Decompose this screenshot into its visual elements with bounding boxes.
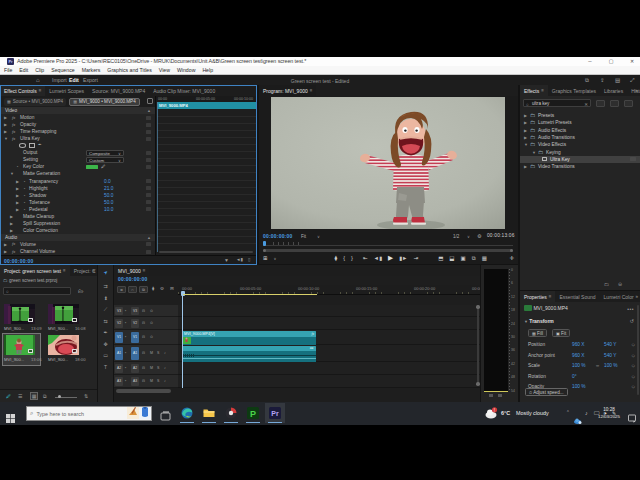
export-frame-icon[interactable]: ▣ [461,255,466,261]
accelerated-effects-icon[interactable] [596,100,605,107]
effects-tree-video-transitions[interactable]: ▶🗀Video Transitions [520,163,640,170]
property-value-y[interactable]: 100 % [604,363,618,368]
source-track-indicator[interactable]: V2 [115,319,123,328]
fullscreen-icon[interactable]: ⤢ [630,77,634,83]
ec-row-video[interactable]: Video▲ [0,107,155,114]
twirl-open-icon[interactable]: ▼ [10,171,14,176]
polygon-mask-icon[interactable] [29,143,35,148]
twirl-closed-icon[interactable]: ▶ [16,186,19,191]
track-header-v3[interactable]: V3▪V3⊟⊙ [114,305,178,317]
property-value-x[interactable]: 960 X [572,353,585,358]
ec-row-key-color[interactable]: ◔Key Color🖉 [0,163,155,170]
setting-dropdown[interactable]: Custom∨ [86,157,124,163]
timeline-playhead[interactable] [182,293,183,388]
solo-track-icon[interactable]: S [157,351,159,355]
stopwatch-icon[interactable]: ◔ [16,164,18,169]
project-search-input[interactable]: ○ [3,287,71,295]
reset-effect-icon[interactable] [146,123,151,127]
property-value-y[interactable]: 540 Y [604,353,616,358]
twirl-closed-icon[interactable]: ▶ [10,221,13,226]
keyframe-toggle-icon[interactable]: ◇ [632,353,635,358]
mark-in-icon[interactable]: { [343,255,345,261]
reset-effect-icon[interactable] [146,137,151,141]
taskbar-app-file-explorer[interactable] [199,403,219,423]
param-value[interactable]: 50.0 [104,193,113,198]
track-header-v2[interactable]: V2▪V2⊟⊙ [114,317,178,330]
source-track-indicator[interactable]: V3 [115,307,123,315]
output-dropdown[interactable]: Composite∨ [86,150,124,156]
property-value-x[interactable]: 0° [572,374,577,379]
reset-effect-icon[interactable] [146,200,151,204]
rectangle-tool[interactable]: ▭ [98,352,113,358]
track-bed-a3[interactable] [178,375,480,388]
step-back-icon[interactable]: ◄▮ [374,255,382,261]
sync-lock-icon[interactable]: ⊟ [142,379,145,383]
ec-row-time-remapping[interactable]: ▶fxTime Remapping [0,128,155,135]
button-editor-icon[interactable]: ✛ [509,255,514,261]
twirl-open-icon[interactable]: ▼ [4,136,8,141]
ec-row-transparency[interactable]: ▶◔Transparency0.0 [0,178,155,185]
reset-transform-icon[interactable]: ↺ [630,318,634,324]
reset-effect-icon[interactable] [146,242,151,246]
source-track-indicator[interactable]: A1 [115,347,123,360]
menu-item-markers[interactable]: Markers [82,67,101,73]
32bit-effects-icon[interactable] [610,100,619,107]
snap-icon[interactable]: ∩ [128,286,137,293]
reset-effect-icon[interactable] [146,165,151,169]
onedrive-tray-icon[interactable] [574,410,582,416]
zoom-level-dropdown[interactable]: Fit [301,234,306,239]
multi-camera-icon[interactable]: ▦ [482,255,487,261]
track-bed-v3[interactable] [178,305,480,317]
taskbar-app-premiere[interactable]: Pr [265,403,285,423]
track-select-forward-tool[interactable]: ⇉ [98,283,113,289]
effects-tree-keying[interactable]: ▼🗀Keying [520,149,640,156]
source-track-indicator[interactable]: V1 [115,332,123,343]
track-header-v1[interactable]: V1▪V1⊟⊙ [114,330,178,345]
param-value[interactable]: 50.0 [104,200,113,205]
go-to-in-icon[interactable]: ⇤ [363,255,368,261]
panel-menu-icon[interactable]: ≡ [143,268,146,273]
nest-icon[interactable]: ⧈ [117,286,126,293]
reset-effect-icon[interactable] [146,151,151,155]
settings-wrench-icon[interactable]: ⚙ [477,233,481,239]
ellipse-mask-icon[interactable] [19,143,26,148]
timeline-timecode[interactable]: 00:00:00:00 [118,276,147,282]
reset-effect-icon[interactable] [146,158,151,162]
menu-item-view[interactable]: View [159,67,170,73]
track-lock-icon[interactable]: ▪ [125,366,126,370]
program-scrollbar[interactable] [263,249,513,252]
effects-tree-audio-transitions[interactable]: ▶🗀Audio Transitions [520,134,640,141]
reset-effect-icon[interactable] [146,186,151,190]
twirl-closed-icon[interactable]: ▶ [4,242,7,247]
slip-tool[interactable]: ⇆ [98,318,113,324]
effects-search-input[interactable]: ultra key○✕ [523,99,591,107]
reset-effect-icon[interactable] [146,207,151,211]
voiceover-mic-icon[interactable]: ♪ [164,351,166,355]
taskbar-weather[interactable]: !6°CMostly cloudy [485,406,575,421]
ec-row-spill-suppression[interactable]: ▶Spill Suppression [0,220,155,227]
target-track-indicator[interactable]: A2 [131,364,139,373]
solo-track-icon[interactable]: S [157,366,159,370]
previous-keyframe-icon[interactable]: ◄▮ [236,257,243,262]
twirl-closed-icon[interactable]: ▶ [4,249,7,254]
key-color-swatch[interactable] [86,165,98,170]
twirl-closed-icon[interactable]: ▶ [4,122,7,127]
target-track-indicator[interactable]: A3 [131,377,139,386]
target-track-indicator[interactable]: V3 [131,307,139,315]
twirl-open-icon[interactable]: ▼ [532,150,536,155]
property-value-x[interactable]: 100 % [572,363,586,368]
taskbar-app-edge[interactable] [177,403,197,423]
track-lock-icon[interactable]: ▪ [125,309,126,313]
timeline-v-scrollbar[interactable] [477,305,479,385]
next-keyframe-icon[interactable]: ▯ [248,257,250,262]
twirl-closed-icon[interactable]: ▶ [16,207,19,212]
timeline-tab-0[interactable]: MVI_9000≡ [114,265,149,276]
target-track-indicator[interactable]: V1 [131,332,139,343]
ec-row-color-correction[interactable]: ▶Color Correction [0,227,155,234]
menu-item-help[interactable]: Help [202,67,213,73]
effect-controls-tab-1[interactable]: Lumetri Scopes [45,85,88,96]
track-lock-icon[interactable]: ▪ [125,335,126,339]
taskbar-clock[interactable]: 10:2812/03/2025 [594,406,624,420]
twirl-closed-icon[interactable]: ▶ [4,129,7,134]
maximize-button[interactable]: ▢ [606,57,616,66]
